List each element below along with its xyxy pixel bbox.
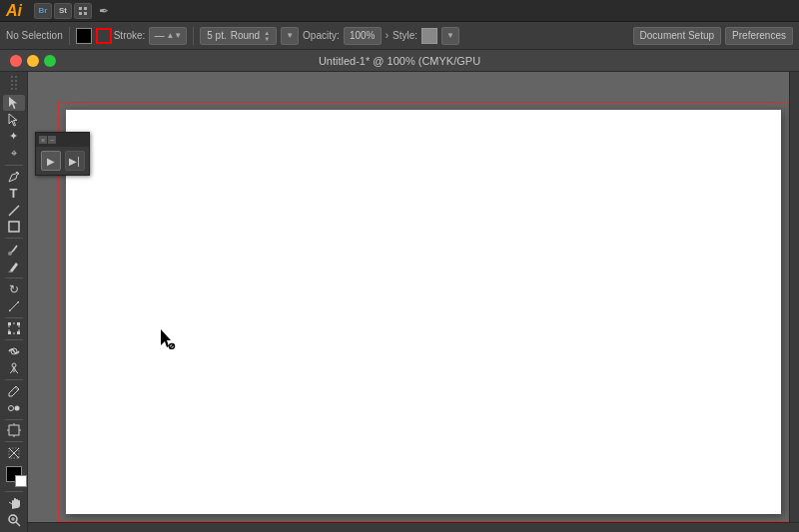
maximize-button[interactable] [44,55,56,67]
brush-size-value: 5 pt. [207,30,226,41]
tool-separator-5 [5,339,23,340]
handle-dot [11,76,13,78]
line-tool[interactable] [3,203,25,219]
handle-dot [15,88,17,90]
selection-label: No Selection [6,30,63,41]
artboard[interactable] [66,110,781,514]
handle-dot [15,80,17,82]
mini-step-tool[interactable]: ▶| [65,151,85,171]
app-logo: Ai [6,3,22,19]
options-bar: No Selection Stroke: — ▲▼ 5 pt. Round ▲ … [0,22,799,50]
scale-tool[interactable] [3,298,25,314]
handle-col-2 [15,76,17,90]
type-tool[interactable]: T [3,186,25,202]
scrollbar-vertical[interactable] [789,72,799,522]
paintbrush-tool[interactable] [3,242,25,258]
svg-rect-0 [79,7,82,10]
bridge-icon[interactable]: Br [34,3,52,19]
nav-pen-icon[interactable]: ✒ [94,3,114,19]
title-bar: Untitled-1* @ 100% (CMYK/GPU [0,50,799,72]
artboard-tool[interactable] [3,423,25,439]
brush-size-arrows[interactable]: ▲ ▼ [264,30,270,42]
style-label: Style: [393,30,417,41]
handle-dot [15,76,17,78]
rectangle-tool[interactable] [3,220,25,236]
mini-panel-collapse[interactable]: − [48,136,56,144]
style-dropdown[interactable]: ▼ [441,27,459,45]
handle-col-1 [11,76,13,90]
hand-tool[interactable] [3,495,25,511]
separator-1 [69,27,70,45]
svg-line-36 [170,344,174,348]
preferences-button[interactable]: Preferences [725,27,793,45]
document-setup-button[interactable]: Document Setup [633,27,722,45]
background-swatch[interactable] [15,475,27,487]
svg-line-31 [16,522,20,526]
traffic-lights [10,55,56,67]
stroke-dropdown-arrow: ▲▼ [166,31,182,40]
opacity-arrow[interactable]: › [386,30,389,41]
separator-2 [193,27,194,45]
svg-rect-8 [9,222,19,232]
warp-tool[interactable] [3,343,25,359]
handle-dot [11,84,13,86]
brush-size-box[interactable]: 5 pt. Round ▲ ▼ [200,27,277,45]
opacity-value-box[interactable]: 100% [344,27,382,45]
svg-point-20 [8,405,13,410]
pencil-tool[interactable] [3,259,25,274]
canvas-area[interactable] [28,72,799,532]
tool-separator-1 [5,165,23,166]
stroke-dropdown[interactable]: — ▲▼ [149,27,187,45]
svg-marker-5 [9,114,17,126]
tool-separator-7 [5,419,23,420]
svg-rect-15 [17,322,20,325]
stroke-label: Stroke: [114,30,146,41]
mini-play-tool[interactable]: ▶ [41,151,61,171]
mini-panel-close[interactable]: × [39,136,47,144]
cursor-indicator [161,329,177,352]
puppet-warp-tool[interactable] [3,360,25,376]
tool-separator-8 [5,441,23,442]
handle-dot [15,84,17,86]
close-button[interactable] [10,55,22,67]
mini-panel-body: ▶ ▶| [36,147,89,175]
free-transform-tool[interactable] [3,321,25,337]
tool-separator-9 [5,491,23,492]
pen-tool[interactable] [3,169,25,185]
magic-wand-tool[interactable]: ✦ [3,129,25,145]
lasso-tool[interactable]: ⌖ [3,146,25,162]
stock-icon[interactable]: St [54,3,72,19]
artboard-container [58,102,789,522]
eyedropper-tool[interactable] [3,383,25,399]
toolbar-handle[interactable] [11,76,17,90]
brush-type-dropdown[interactable]: ▼ [281,27,299,45]
stroke-indicator: Stroke: [96,28,146,44]
svg-line-29 [9,502,12,504]
rotate-tool[interactable]: ↻ [3,281,25,297]
mini-panel: × − ▶ ▶| [35,132,90,176]
svg-point-21 [14,405,19,410]
mini-tool-1-icon: ▶ [47,156,55,167]
svg-rect-17 [17,331,20,334]
slice-tool[interactable] [3,445,25,461]
svg-point-9 [8,252,12,256]
handle-dot [11,88,13,90]
minimize-button[interactable] [27,55,39,67]
selection-tool[interactable] [3,95,25,111]
svg-rect-14 [8,322,11,325]
grid-icon[interactable] [74,3,92,19]
zoom-tool[interactable] [3,512,25,528]
left-toolbar: ✦ ⌖ T [0,72,28,532]
tool-separator-6 [5,379,23,380]
mini-panel-controls: × − [39,136,56,144]
stroke-swatch[interactable] [96,28,112,44]
scrollbar-horizontal[interactable] [28,522,799,532]
opacity-value: 100% [350,30,376,41]
fill-swatch[interactable] [76,28,92,44]
direct-selection-tool[interactable] [3,112,25,128]
mini-panel-header[interactable]: × − [36,133,89,147]
svg-rect-16 [8,331,11,334]
style-swatch[interactable] [421,28,437,44]
blend-tool[interactable] [3,400,25,416]
handle-dot [11,80,13,82]
